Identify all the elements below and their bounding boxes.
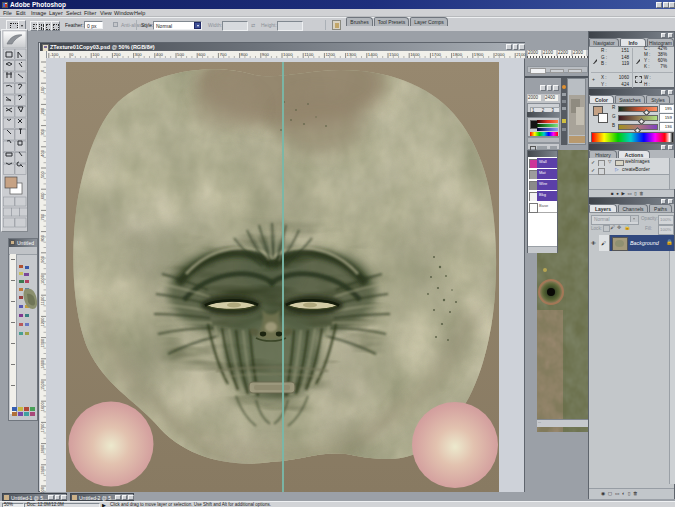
svg-text:500: 500 [40, 171, 45, 178]
svg-text:800: 800 [241, 52, 249, 57]
svg-text:600: 600 [40, 192, 45, 199]
svg-text:2000: 2000 [495, 52, 505, 57]
svg-text:1500: 1500 [389, 52, 399, 57]
svg-text:300: 300 [40, 128, 45, 135]
svg-text:900: 900 [262, 52, 270, 57]
svg-text:1200: 1200 [325, 52, 335, 57]
svg-text:1900: 1900 [474, 52, 484, 57]
svg-text:2100: 2100 [516, 52, 526, 57]
svg-text:1700: 1700 [431, 52, 441, 57]
svg-text:900: 900 [40, 255, 45, 262]
svg-text:200: 200 [113, 52, 121, 57]
svg-text:100: 100 [92, 52, 100, 57]
svg-text:200: 200 [40, 107, 45, 114]
svg-text:400: 400 [156, 52, 164, 57]
svg-text:400: 400 [40, 149, 45, 156]
svg-text:0: 0 [71, 52, 74, 57]
svg-text:100: 100 [40, 86, 45, 93]
svg-text:1800: 1800 [453, 52, 463, 57]
svg-text:500: 500 [177, 52, 185, 57]
svg-text:600: 600 [198, 52, 206, 57]
svg-text:1100: 1100 [304, 52, 314, 57]
svg-text:700: 700 [40, 213, 45, 220]
svg-text:1600: 1600 [410, 52, 420, 57]
svg-text:700: 700 [219, 52, 227, 57]
svg-text:2000: 2000 [40, 486, 45, 493]
svg-text:1400: 1400 [368, 52, 378, 57]
svg-text:1000: 1000 [283, 52, 293, 57]
svg-text:1300: 1300 [347, 52, 357, 57]
svg-text:300: 300 [135, 52, 143, 57]
svg-text:-100: -100 [50, 52, 59, 57]
svg-text:0: 0 [40, 69, 45, 72]
svg-text:800: 800 [40, 234, 45, 241]
